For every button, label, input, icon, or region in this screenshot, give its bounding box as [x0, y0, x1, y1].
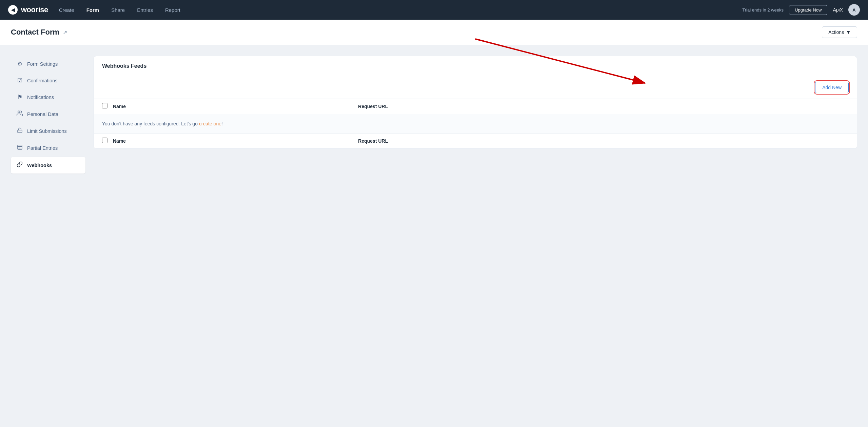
col-url-top: Request URL [358, 104, 849, 109]
svg-point-0 [18, 111, 20, 113]
sidebar: ⚙ Form Settings ☑ Confirmations ⚑ Notifi… [11, 56, 85, 174]
page-title-row: Contact Form ↗ [11, 28, 67, 37]
external-link-icon[interactable]: ↗ [63, 29, 67, 36]
sidebar-item-label: Form Settings [27, 61, 58, 67]
select-all-checkbox-top[interactable] [102, 103, 113, 110]
table-icon [16, 144, 23, 152]
nav-report[interactable]: Report [160, 4, 185, 16]
col-url-bottom: Request URL [358, 138, 849, 144]
table-header-top: Name Request URL [94, 99, 857, 114]
nav-form[interactable]: Form [82, 4, 104, 16]
flag-icon: ⚑ [16, 94, 23, 101]
user-name[interactable]: ApiX [833, 7, 843, 13]
chevron-down-icon: ▼ [846, 29, 851, 35]
check-circle-icon: ☑ [16, 77, 23, 84]
upgrade-button[interactable]: Upgrade Now [789, 5, 828, 15]
sidebar-item-label: Limit Submissions [27, 128, 67, 134]
nav-entries[interactable]: Entries [132, 4, 158, 16]
add-new-row: Add New [94, 76, 857, 99]
logo-text: woorise [21, 5, 48, 14]
users-icon [16, 110, 23, 118]
empty-text: You don't have any feeds configured. Let… [102, 121, 199, 126]
table-header-bottom: Name Request URL [94, 134, 857, 148]
sidebar-item-label: Notifications [27, 95, 54, 100]
sidebar-item-limit-submissions[interactable]: Limit Submissions [11, 123, 85, 139]
nav-share[interactable]: Share [106, 4, 130, 16]
sidebar-item-label: Personal Data [27, 111, 58, 117]
empty-state-row: You don't have any feeds configured. Let… [94, 114, 857, 134]
nav-create[interactable]: Create [54, 4, 79, 16]
sidebar-item-personal-data[interactable]: Personal Data [11, 106, 85, 122]
logo[interactable]: ◀ woorise [8, 5, 48, 15]
webhooks-title: Webhooks Feeds [94, 56, 857, 76]
sidebar-item-partial-entries[interactable]: Partial Entries [11, 140, 85, 156]
add-new-button[interactable]: Add New [815, 82, 849, 93]
svg-rect-2 [18, 145, 22, 149]
select-all-checkbox-bottom[interactable] [102, 138, 113, 144]
lock-icon [16, 127, 23, 135]
sidebar-item-form-settings[interactable]: ⚙ Form Settings [11, 56, 85, 72]
webhooks-icon [16, 161, 23, 169]
page-header: Contact Form ↗ Actions ▼ [0, 20, 868, 45]
nav-right: Trial ends in 2 weeks Upgrade Now ApiX A [742, 4, 860, 16]
col-name-top: Name [113, 104, 358, 109]
sidebar-item-confirmations[interactable]: ☑ Confirmations [11, 73, 85, 88]
checkbox-top[interactable] [102, 103, 107, 108]
sidebar-item-label: Partial Entries [27, 145, 58, 151]
sidebar-item-label: Webhooks [27, 163, 52, 168]
actions-label: Actions [828, 29, 844, 35]
page-title: Contact Form [11, 28, 59, 37]
svg-rect-1 [18, 130, 22, 133]
sidebar-item-webhooks[interactable]: Webhooks [11, 157, 85, 174]
logo-icon: ◀ [8, 5, 18, 15]
main-content: ⚙ Form Settings ☑ Confirmations ⚑ Notifi… [0, 45, 868, 185]
sidebar-item-label: Confirmations [27, 78, 57, 83]
checkbox-bottom[interactable] [102, 138, 107, 143]
content-area: Webhooks Feeds Add New Name Request URL … [94, 56, 857, 149]
col-name-bottom: Name [113, 138, 358, 144]
sidebar-item-notifications[interactable]: ⚑ Notifications [11, 89, 85, 105]
actions-button[interactable]: Actions ▼ [822, 26, 857, 38]
trial-text: Trial ends in 2 weeks [742, 7, 784, 13]
top-navigation: ◀ woorise Create Form Share Entries Repo… [0, 0, 868, 20]
avatar[interactable]: A [848, 4, 860, 16]
create-one-link[interactable]: create one [199, 121, 221, 126]
empty-suffix: ! [221, 121, 223, 126]
gear-icon: ⚙ [16, 60, 23, 67]
